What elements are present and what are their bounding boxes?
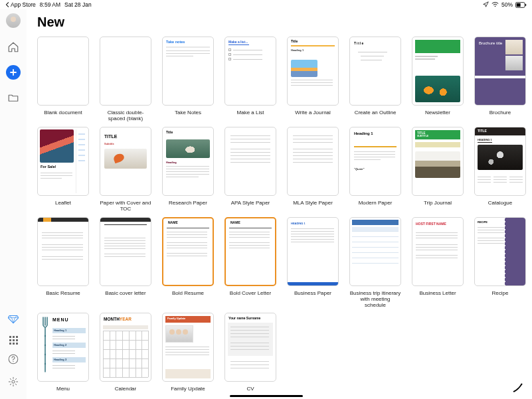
template-mla-paper[interactable]: MLA Style Paper — [287, 127, 339, 213]
template-label: Leaflet — [55, 200, 71, 213]
template-thumb — [37, 37, 89, 106]
template-bold-resume[interactable]: NAME Bold Resume — [162, 217, 214, 309]
template-blank-document[interactable]: Blank document — [37, 37, 89, 123]
template-label: Research Paper — [169, 200, 207, 213]
template-cv[interactable]: Your name Surname CV — [224, 313, 276, 399]
template-label: Business Paper — [294, 290, 331, 303]
template-menu[interactable]: MENU Heading 1 Heading 2 Heading 3 Menu — [37, 313, 89, 399]
user-avatar[interactable] — [6, 13, 21, 28]
template-thumb: Title Heading — [162, 127, 214, 196]
svg-point-0 — [495, 6, 496, 7]
folder-icon[interactable] — [6, 90, 21, 105]
template-business-paper[interactable]: HEADING 1 Business Paper — [287, 217, 339, 309]
template-thumb: Take notes — [162, 37, 214, 106]
template-thumb: HEADING 1 — [287, 217, 339, 286]
fork-icon — [42, 316, 48, 374]
status-bar: App Store 8:59 AM Sat 28 Jan 50% — [0, 0, 532, 9]
settings-icon[interactable] — [8, 376, 19, 390]
template-thumb: MONTHYEAR — [100, 313, 151, 382]
svg-point-7 — [44, 335, 46, 336]
template-business-trip-itinerary[interactable]: Business trip itinerary with meeting sch… — [349, 217, 401, 309]
template-catalogue[interactable]: TITLE HEADING 1 Catalogue — [474, 127, 526, 213]
page-title: New — [37, 15, 521, 30]
template-label: Catalogue — [488, 200, 512, 213]
template-thumb: For Sale! — [37, 127, 89, 196]
template-basic-cover-letter[interactable]: Basic cover letter — [100, 217, 151, 309]
template-label: Recipe — [492, 290, 509, 303]
template-label: Take Notes — [175, 110, 201, 123]
template-trip-journal[interactable]: TITLE SUBTITLE Trip Journal — [412, 127, 464, 213]
template-thumb: HOST FIRST NAME — [412, 217, 464, 286]
template-thumb: TITLE Subtitle — [100, 127, 151, 196]
template-thumb: NAME — [224, 217, 276, 286]
template-thumb — [100, 217, 151, 286]
template-make-a-list[interactable]: Make a list... Make a List — [224, 37, 276, 123]
template-newsletter[interactable]: Newsletter — [412, 37, 464, 123]
location-icon — [483, 1, 489, 9]
template-label: Basic cover letter — [105, 290, 145, 303]
template-create-outline[interactable]: Title Create an Outline — [349, 37, 401, 123]
template-thumb: RECIPE — [474, 217, 526, 286]
template-thumb: TITLE HEADING 1 — [474, 127, 526, 196]
template-calendar[interactable]: MONTHYEAR Calendar — [100, 313, 151, 399]
template-label: Calendar — [115, 386, 136, 399]
svg-point-10 — [44, 362, 46, 364]
template-label: Newsletter — [425, 110, 450, 123]
template-classic-double-spaced[interactable]: Classic double-spaced (blank) — [100, 37, 151, 123]
template-thumb: TITLE SUBTITLE — [412, 127, 464, 196]
battery-icon — [515, 2, 527, 8]
template-label: Paper with Cover and TOC — [100, 200, 151, 213]
svg-point-6 — [12, 380, 15, 383]
svg-point-8 — [44, 344, 46, 345]
template-bold-cover-letter[interactable]: NAME Bold Cover Letter — [224, 217, 276, 309]
template-label: Basic Resume — [46, 290, 80, 303]
template-label: Make a List — [237, 110, 264, 123]
apps-icon[interactable] — [9, 336, 18, 345]
home-icon[interactable] — [6, 40, 21, 54]
battery-pct: 50% — [501, 1, 513, 8]
template-label: Menu — [56, 386, 70, 399]
template-thumb: Brochure title — [474, 37, 526, 106]
home-indicator[interactable] — [230, 395, 303, 397]
main-panel: New Blank document Classic double-spaced… — [27, 9, 532, 399]
scribble-icon: ノ — [512, 381, 523, 395]
template-write-journal[interactable]: Title Heading 1 Write a Journal — [287, 37, 339, 123]
premium-icon[interactable] — [8, 315, 19, 327]
template-basic-resume[interactable]: Basic Resume — [37, 217, 89, 309]
svg-point-9 — [44, 353, 46, 355]
back-to-app[interactable]: App Store — [5, 1, 36, 8]
template-business-letter[interactable]: HOST FIRST NAME Business Letter — [412, 217, 464, 309]
template-research-paper[interactable]: Title Heading Research Paper — [162, 127, 214, 213]
template-thumb: MENU Heading 1 Heading 2 Heading 3 — [37, 313, 89, 382]
template-thumb — [100, 37, 151, 106]
template-recipe[interactable]: RECIPE Recipe — [474, 217, 526, 309]
template-paper-cover-toc[interactable]: TITLE Subtitle Paper with Cover and TOC — [100, 127, 151, 213]
template-label: Create an Outline — [355, 110, 397, 123]
template-thumb — [224, 127, 276, 196]
svg-rect-2 — [517, 3, 521, 6]
template-thumb: NAME — [162, 217, 214, 286]
template-label: Blank document — [44, 110, 82, 123]
template-modern-paper[interactable]: Heading 1 "Quote" Modern Paper — [349, 127, 401, 213]
template-thumb: Make a list... — [224, 37, 276, 106]
template-thumb: Heading 1 "Quote" — [349, 127, 401, 196]
template-label: Modern Paper — [359, 200, 393, 213]
template-thumb: Title Heading 1 — [287, 37, 339, 106]
template-label: Trip Journal — [424, 200, 452, 213]
template-brochure[interactable]: Brochure title Brochure — [474, 37, 526, 123]
template-thumb — [287, 127, 339, 196]
template-thumb — [412, 37, 464, 106]
help-icon[interactable] — [8, 354, 19, 367]
template-apa-paper[interactable]: APA Style Paper — [224, 127, 276, 213]
template-label: Bold Resume — [172, 290, 204, 303]
template-label: Write a Journal — [295, 110, 331, 123]
new-document-icon[interactable] — [6, 65, 21, 80]
template-family-update[interactable]: Family Update Family Update — [162, 313, 214, 399]
template-label: MLA Style Paper — [293, 200, 333, 213]
template-take-notes[interactable]: Take notes Take Notes — [162, 37, 214, 123]
template-label: APA Style Paper — [231, 200, 270, 213]
status-time: 8:59 AM — [40, 1, 60, 8]
template-thumb — [37, 217, 89, 286]
template-leaflet[interactable]: For Sale! Leaflet — [37, 127, 89, 213]
sidebar — [0, 9, 27, 399]
